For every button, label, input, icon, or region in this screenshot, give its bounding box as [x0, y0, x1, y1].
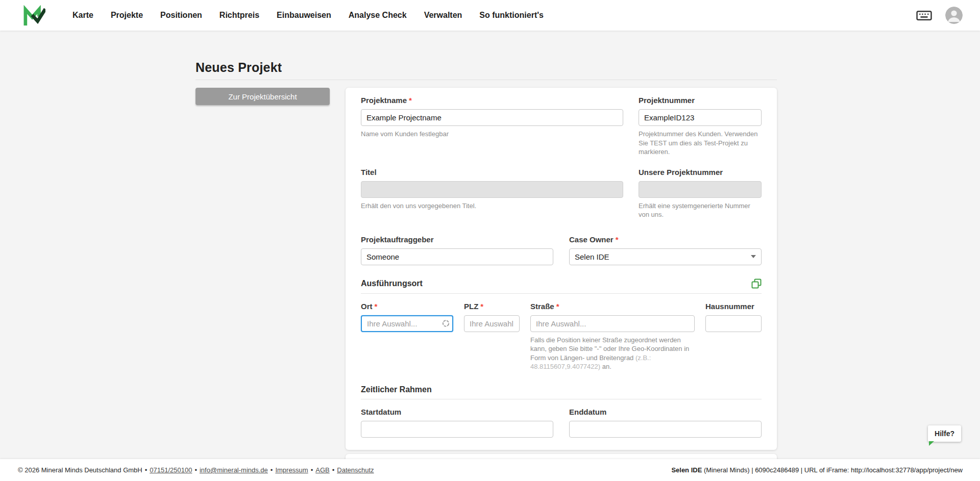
hausnummer-label: Hausnummer — [705, 302, 762, 311]
footer-session-details: (Mineral Minds) | 6090c2486489 | URL of … — [702, 466, 963, 474]
footer-legal: © 2026 Mineral Minds Deutschland GmbH • … — [18, 466, 374, 474]
plz-input[interactable] — [464, 315, 520, 332]
top-navbar: Karte Projekte Positionen Richtpreis Ein… — [0, 0, 980, 31]
strasse-label: Straße* — [530, 302, 695, 311]
section-title-ausfuehrungsort: Ausführungsort — [361, 279, 423, 288]
copy-icon[interactable] — [751, 279, 762, 289]
case-owner-selected-value: Selen IDE — [575, 252, 609, 261]
required-asterisk: * — [556, 302, 559, 311]
title-divider — [195, 80, 777, 80]
footer-separator: • — [332, 466, 335, 474]
startdatum-label: Startdatum — [361, 408, 553, 416]
enddatum-label: Enddatum — [569, 408, 762, 416]
nav-item-projekte[interactable]: Projekte — [102, 7, 152, 24]
brand-logo[interactable] — [23, 5, 45, 26]
nav-item-so-funktionierts[interactable]: So funktioniert's — [471, 7, 552, 24]
keyboard-icon[interactable] — [916, 9, 932, 22]
projektauftraggeber-input[interactable] — [361, 248, 553, 265]
nav-item-richtpreis[interactable]: Richtpreis — [211, 7, 268, 24]
case-owner-label: Case Owner* — [569, 235, 762, 244]
nav-item-verwalten[interactable]: Verwalten — [415, 7, 471, 24]
footer-separator: • — [311, 466, 313, 474]
titel-input — [361, 181, 623, 198]
titel-helper-text: Erhält den von uns vorgegebenen Titel. — [361, 201, 623, 211]
hausnummer-input[interactable] — [705, 315, 762, 332]
section-title-zeitlicher-rahmen: Zeitlicher Rahmen — [361, 385, 432, 394]
footer-link-email[interactable]: info@mineral-minds.de — [200, 466, 268, 474]
chevron-down-icon — [751, 255, 756, 258]
footer-link-impressum[interactable]: Impressum — [275, 466, 308, 474]
projektauftraggeber-label: Projektauftraggeber — [361, 235, 553, 244]
ort-input[interactable] — [361, 315, 453, 332]
help-button[interactable]: Hilfe? — [928, 425, 961, 442]
plz-label: PLZ* — [464, 302, 520, 311]
page-title: Neues Projekt — [195, 60, 777, 75]
nav-item-einbauweisen[interactable]: Einbauweisen — [268, 7, 340, 24]
footer-separator: • — [271, 466, 273, 474]
projektnummer-input[interactable] — [639, 109, 762, 126]
main-area: Neues Projekt Zur Projektübersicht Proje… — [0, 31, 980, 469]
section-divider — [361, 293, 762, 294]
required-asterisk: * — [616, 235, 619, 244]
ort-label: Ort* — [361, 302, 453, 311]
footer-link-phone[interactable]: 07151/250100 — [150, 466, 192, 474]
logo-m-check-icon — [23, 5, 45, 26]
required-asterisk: * — [375, 302, 378, 311]
nav-item-analyse-check[interactable]: Analyse Check — [340, 7, 415, 24]
projektnummer-helper-text: Projektnummer des Kunden. Verwenden Sie … — [639, 130, 762, 157]
footer-separator: • — [145, 466, 148, 474]
projektname-helper-text: Name vom Kunden festlegbar — [361, 130, 623, 139]
nav-item-positionen[interactable]: Positionen — [152, 7, 211, 24]
section-divider — [361, 399, 762, 399]
footer: © 2026 Mineral Minds Deutschland GmbH • … — [0, 459, 980, 481]
required-asterisk: * — [480, 302, 483, 311]
case-owner-select[interactable]: Selen IDE — [569, 248, 762, 265]
footer-link-agb[interactable]: AGB — [315, 466, 329, 474]
projektname-label: Projektname* — [361, 96, 623, 105]
new-project-form-card: Projektname* Name vom Kunden festlegbar … — [346, 88, 777, 450]
unsere-projektnummer-input — [639, 181, 762, 198]
footer-session-info: Selen IDE (Mineral Minds) | 6090c2486489… — [671, 466, 963, 474]
strasse-input[interactable] — [530, 315, 695, 332]
required-asterisk: * — [409, 96, 412, 105]
projektname-input[interactable] — [361, 109, 623, 126]
user-avatar-icon[interactable] — [945, 7, 963, 24]
footer-session-user: Selen IDE — [671, 466, 702, 474]
unsere-projektnummer-label: Unsere Projektnummer — [639, 168, 762, 176]
titel-label: Titel — [361, 168, 623, 176]
main-navigation: Karte Projekte Positionen Richtpreis Ein… — [64, 7, 552, 24]
nav-item-karte[interactable]: Karte — [64, 7, 102, 24]
footer-copyright: © 2026 Mineral Minds Deutschland GmbH — [18, 466, 142, 474]
projektnummer-label: Projektnummer — [639, 96, 762, 105]
unsere-projektnummer-helper-text: Erhält eine systemgenerierte Nummer von … — [639, 201, 762, 219]
footer-separator: • — [194, 466, 197, 474]
strasse-helper-text: Falls die Position keiner Straße zugeord… — [530, 336, 695, 371]
enddatum-input[interactable] — [569, 421, 762, 438]
back-to-project-overview-button[interactable]: Zur Projektübersicht — [195, 88, 330, 105]
startdatum-input[interactable] — [361, 421, 553, 438]
footer-link-datenschutz[interactable]: Datenschutz — [337, 466, 374, 474]
